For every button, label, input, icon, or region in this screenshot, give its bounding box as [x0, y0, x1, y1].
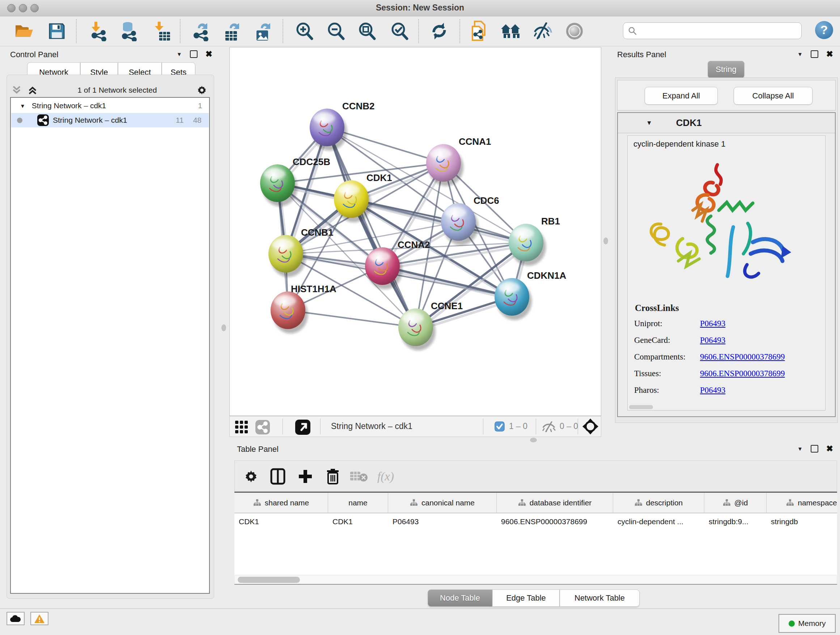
- export-table-icon[interactable]: [221, 21, 242, 42]
- network-node-HIST1H1A[interactable]: HIST1H1A: [271, 283, 336, 333]
- table-panel-float-icon[interactable]: ▼: [797, 446, 803, 451]
- hide-eye-icon[interactable]: [532, 21, 553, 42]
- crosslink-label: GeneCard:: [634, 336, 700, 345]
- column-header--id[interactable]: @id: [704, 493, 767, 513]
- expand-all-icon[interactable]: [27, 86, 38, 95]
- crosslink-link[interactable]: 9606.ENSP00000378699: [700, 352, 785, 362]
- crosslink-row-uniprot: Uniprot:P06493: [634, 315, 819, 332]
- table-hscrollbar-thumb[interactable]: [238, 577, 300, 583]
- column-header-name[interactable]: name: [328, 493, 388, 513]
- network-collection-row[interactable]: ▼ String Network – cdk1 1: [11, 98, 209, 113]
- expand-all-button[interactable]: Expand All: [645, 87, 718, 105]
- network-node-CCNB2[interactable]: CCNB2: [309, 101, 375, 150]
- network-view-title: String Network – cdk1: [331, 421, 412, 431]
- table-cell[interactable]: CDK1: [234, 517, 328, 526]
- gene-expand-caret[interactable]: ▼: [646, 119, 652, 127]
- crosslink-link[interactable]: 9606.ENSP00000378699: [700, 369, 785, 378]
- results-hscrollbar-thumb[interactable]: [629, 405, 653, 409]
- export-network-icon[interactable]: [190, 21, 211, 42]
- crosslink-link[interactable]: P06493: [700, 336, 725, 345]
- search-input[interactable]: [637, 26, 797, 35]
- network-node-CDC6[interactable]: CDC6: [441, 195, 499, 245]
- string-home-icon[interactable]: [501, 21, 522, 42]
- network-list: ▼ String Network – cdk1 1 String Network…: [10, 97, 210, 594]
- add-column-icon[interactable]: [295, 467, 315, 486]
- column-header-shared-name[interactable]: shared name: [234, 493, 328, 513]
- selected-checkbox[interactable]: [494, 421, 505, 432]
- delete-icon[interactable]: [323, 467, 343, 486]
- cloud-button[interactable]: [6, 612, 25, 625]
- column-header-namespace[interactable]: namespace: [767, 493, 837, 513]
- collapse-all-icon[interactable]: [11, 86, 22, 95]
- bottom-splitter-handle[interactable]: [530, 438, 537, 442]
- control-panel-maximize-icon[interactable]: [190, 50, 197, 58]
- tab-string[interactable]: String: [707, 61, 745, 78]
- crosslink-link[interactable]: P06493: [700, 386, 725, 395]
- control-panel-float-icon[interactable]: ▼: [177, 51, 182, 57]
- zoom-selected-icon[interactable]: [389, 21, 410, 42]
- zoom-out-icon[interactable]: [325, 21, 346, 42]
- column-header-description[interactable]: description: [613, 493, 704, 513]
- table-cell[interactable]: stringdb: [767, 517, 837, 526]
- results-panel-float-icon[interactable]: ▼: [797, 51, 803, 57]
- zoom-in-icon[interactable]: [294, 21, 315, 42]
- export-image-icon[interactable]: [253, 21, 273, 42]
- zoom-fit-icon[interactable]: [356, 21, 377, 42]
- presentation-sphere-icon[interactable]: [564, 21, 585, 42]
- table-cell[interactable]: CDK1: [328, 517, 388, 526]
- memory-button[interactable]: Memory: [778, 614, 836, 633]
- gene-section-header[interactable]: ▼ CDK1: [618, 113, 835, 133]
- hidden-eye-icon[interactable]: [542, 421, 556, 432]
- network-node-RB1[interactable]: RB1: [508, 216, 560, 266]
- tab-node-table[interactable]: Node Table: [428, 589, 493, 607]
- network-canvas[interactable]: CCNB2CCNA1CDC25BCDK1CDC6RB1CCNB1CCNA2CDK…: [229, 47, 601, 416]
- share-icon[interactable]: [255, 420, 270, 435]
- table-panel-close-icon[interactable]: ✖: [826, 445, 833, 453]
- import-network-database-icon[interactable]: [118, 21, 140, 42]
- table-cell[interactable]: cyclin-dependent ...: [613, 517, 704, 526]
- table-panel-maximize-icon[interactable]: [811, 445, 818, 453]
- table-cell[interactable]: P06493: [388, 517, 497, 526]
- network-row-selected[interactable]: String Network – cdk1 11 48: [11, 113, 209, 127]
- table-panel-title: Table Panel: [237, 445, 279, 454]
- refresh-icon[interactable]: [429, 21, 450, 42]
- columns-icon[interactable]: [268, 467, 287, 486]
- results-panel-maximize-icon[interactable]: [811, 50, 818, 58]
- table-cell[interactable]: stringdb:9...: [704, 517, 767, 526]
- results-panel-close-icon[interactable]: ✖: [826, 50, 833, 58]
- crosslink-link[interactable]: P06493: [700, 319, 725, 328]
- save-session-icon[interactable]: [46, 21, 67, 42]
- help-icon[interactable]: ?: [813, 19, 835, 41]
- collection-expand-caret[interactable]: ▼: [20, 103, 25, 109]
- network-node-CCNA1[interactable]: CCNA1: [426, 136, 491, 186]
- network-node-CCNE1[interactable]: CCNE1: [398, 301, 463, 350]
- crosshair-icon[interactable]: [582, 418, 599, 435]
- tab-network-table[interactable]: Network Table: [560, 589, 639, 607]
- control-panel-close-icon[interactable]: ✖: [205, 50, 212, 58]
- table-hscrollbar[interactable]: [235, 575, 837, 584]
- collapse-all-button[interactable]: Collapse All: [734, 87, 813, 105]
- network-graph[interactable]: CCNB2CCNA1CDC25BCDK1CDC6RB1CCNB1CCNA2CDK…: [230, 48, 601, 416]
- open-session-icon[interactable]: [14, 21, 35, 42]
- table-cell[interactable]: 9606.ENSP00000378699: [497, 517, 613, 526]
- column-header-canonical-name[interactable]: canonical name: [388, 493, 497, 513]
- gear-icon[interactable]: [241, 467, 261, 486]
- network-options-gear-icon[interactable]: [196, 84, 208, 96]
- right-splitter-handle[interactable]: [603, 238, 608, 244]
- column-header-database-identifier[interactable]: database identifier: [497, 493, 613, 513]
- import-table-icon[interactable]: [152, 21, 173, 42]
- table-row[interactable]: CDK1CDK1P064939606.ENSP00000378699cyclin…: [234, 513, 837, 530]
- warning-button[interactable]: [30, 612, 49, 625]
- crosslink-label: Pharos:: [634, 386, 700, 395]
- import-network-file-icon[interactable]: [88, 21, 109, 42]
- network-node-CDKN1A[interactable]: CDKN1A: [494, 270, 567, 320]
- birdseye-icon[interactable]: [295, 419, 311, 435]
- file-network-icon[interactable]: [469, 21, 489, 42]
- search-field[interactable]: [623, 22, 802, 39]
- left-splitter-handle[interactable]: [221, 325, 226, 331]
- crosslink-row-pharos: Pharos:P06493: [634, 382, 819, 399]
- tab-edge-table[interactable]: Edge Table: [493, 589, 560, 607]
- grid-icon[interactable]: [235, 420, 248, 433]
- footer-separator: [536, 418, 536, 434]
- results-panel-title: Results Panel: [617, 50, 666, 59]
